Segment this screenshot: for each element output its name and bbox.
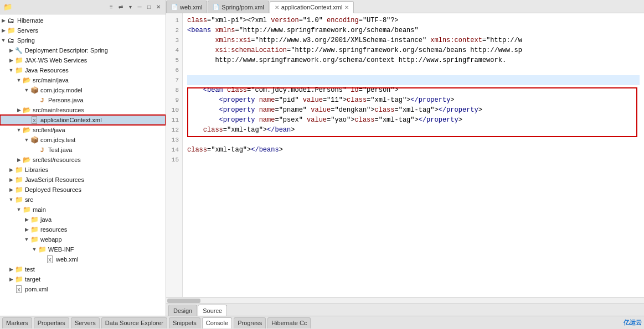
console-tab-servers[interactable]: Servers	[71, 317, 100, 328]
editor-area[interactable]: 123456789101112131415 class="xml-pi"><?x…	[166, 13, 644, 297]
tree-item-resources[interactable]: ▶📁resources	[0, 224, 166, 234]
label-persons-java: Persons.java	[48, 97, 84, 103]
tree-item-pom-xml[interactable]: xpom.xml	[0, 284, 166, 294]
arrow-src-main-resources[interactable]: ▶	[16, 106, 22, 114]
arrow-javascript-resources[interactable]: ▶	[8, 176, 14, 184]
bottom-tab-source-tab[interactable]: Source	[198, 305, 227, 316]
arrow-web-inf[interactable]: ▼	[31, 246, 38, 253]
arrow-main[interactable]: ▼	[16, 206, 22, 213]
code-line-5: http://www.springframework.org/schema/co…	[187, 55, 640, 65]
arrow-test[interactable]: ▶	[8, 265, 14, 273]
tree-item-src-test-java[interactable]: ▼📂src/test/java	[0, 125, 166, 135]
editor-panel: 📄web.xml📄Spring/pom.xml✕applicationConte…	[166, 0, 644, 316]
tree-item-test[interactable]: ▶📁test	[0, 264, 166, 274]
close-panel-icon[interactable]: ✕	[154, 3, 162, 11]
console-tab-console[interactable]: Console	[202, 317, 232, 328]
editor-tab-bar: 📄web.xml📄Spring/pom.xml✕applicationConte…	[166, 0, 644, 13]
bottom-tab-design-tab[interactable]: Design	[168, 305, 197, 316]
arrow-src[interactable]: ▼	[8, 196, 14, 203]
console-tab-datasource[interactable]: Data Source Explorer	[101, 317, 167, 328]
arrow-spring[interactable]: ▼	[0, 36, 7, 44]
line-num-10: 10	[168, 105, 179, 115]
code-content[interactable]: class="xml-pi"><?xml version="1.0" encod…	[183, 13, 644, 297]
arrow-jax-ws[interactable]: ▶	[8, 56, 14, 64]
tree-item-java-resources[interactable]: ▼📁Java Resources	[0, 65, 166, 75]
project-tree: ▶🗂Hibernate▶📁Servers▼🗂Spring▶🔧Deployment…	[0, 14, 166, 316]
arrow-com-jdcy-test[interactable]: ▼	[23, 136, 30, 144]
arrow-target[interactable]: ▶	[8, 275, 14, 283]
tree-item-webapp[interactable]: ▼📁webapp	[0, 234, 166, 244]
arrow-deployment-descriptor[interactable]: ▶	[8, 46, 14, 54]
tree-item-applicationContext[interactable]: xapplicationContext.xml	[0, 115, 166, 125]
line-num-11: 11	[168, 115, 179, 125]
arrow-deployed-resources[interactable]: ▶	[8, 186, 14, 194]
tree-item-web-inf[interactable]: ▼📁WEB-INF	[0, 244, 166, 254]
minimize-icon[interactable]: ─	[136, 3, 143, 11]
console-tab-properties[interactable]: Properties	[34, 317, 69, 328]
horizontal-scrollbar[interactable]	[166, 297, 644, 304]
scroll-thumb[interactable]	[167, 299, 200, 303]
tab-close-applicationContext-tab[interactable]: ✕	[344, 4, 349, 11]
arrow-webapp[interactable]: ▼	[23, 236, 30, 243]
tab-web-xml-tab[interactable]: 📄web.xml	[166, 1, 207, 13]
icon-src-main-java: 📂	[22, 76, 31, 85]
arrow-src-test-java[interactable]: ▼	[16, 126, 22, 134]
arrow-src-main-java[interactable]: ▼	[16, 76, 22, 84]
tree-item-servers[interactable]: ▶📁Servers	[0, 25, 166, 35]
line-num-15: 15	[168, 155, 179, 165]
console-tab-snippets[interactable]: Snippets	[169, 317, 200, 328]
tree-item-test-java[interactable]: JTest.java	[0, 145, 166, 155]
console-tab-markers[interactable]: Markers	[2, 317, 32, 328]
arrow-servers[interactable]: ▶	[0, 27, 7, 34]
arrow-pom-xml	[8, 285, 14, 293]
tab-applicationContext-tab[interactable]: ✕applicationContext.xml✕	[270, 1, 354, 13]
console-bar: MarkersPropertiesServersData Source Expl…	[0, 316, 644, 329]
arrow-src-test-resources[interactable]: ▶	[16, 156, 22, 164]
tab-icon-spring-pom-tab: 📄	[213, 4, 219, 10]
view-menu-icon[interactable]: ▾	[126, 3, 134, 11]
project-explorer-panel: 📁 ≡ ⇌ ▾ ─ □ ✕ ▶🗂Hibernate▶📁Servers▼🗂Spri…	[0, 0, 166, 316]
icon-spring: 🗂	[7, 36, 16, 45]
tree-item-libraries[interactable]: ▶📁Libraries	[0, 165, 166, 175]
tree-item-javascript-resources[interactable]: ▶📁JavaScript Resources	[0, 175, 166, 185]
tree-item-target[interactable]: ▶📁target	[0, 274, 166, 284]
arrow-resources[interactable]: ▶	[23, 226, 30, 233]
icon-jax-ws: 📁	[14, 56, 23, 65]
tree-item-deployment-descriptor[interactable]: ▶🔧Deployment Descriptor: Spring	[0, 45, 166, 55]
arrow-java[interactable]: ▶	[23, 216, 30, 223]
icon-src-test-resources: 📂	[22, 155, 31, 164]
yiyun-logo: 亿运云	[624, 318, 642, 327]
icon-persons-java: J	[38, 96, 47, 105]
arrow-libraries[interactable]: ▶	[8, 166, 14, 174]
tree-item-com-jdcy-model[interactable]: ▼📦com.jdcy.model	[0, 85, 166, 95]
line-numbers: 123456789101112131415	[166, 13, 183, 297]
tree-item-src-test-resources[interactable]: ▶📂src/test/resources	[0, 155, 166, 165]
tree-item-main[interactable]: ▼📁main	[0, 205, 166, 215]
tree-item-deployed-resources[interactable]: ▶📁Deployed Resources	[0, 185, 166, 195]
arrow-java-resources[interactable]: ▼	[8, 66, 14, 74]
link-with-editor-icon[interactable]: ⇌	[117, 3, 125, 11]
label-test-java: Test.java	[48, 147, 72, 153]
tree-item-src-main-resources[interactable]: ▶📂src/main/resources	[0, 105, 166, 115]
tree-item-spring[interactable]: ▼🗂Spring	[0, 35, 166, 45]
arrow-com-jdcy-model[interactable]: ▼	[23, 86, 30, 94]
tree-item-src[interactable]: ▼📁src	[0, 195, 166, 205]
maximize-icon[interactable]: □	[145, 3, 153, 11]
tab-label-spring-pom-tab: Spring/pom.xml	[221, 4, 264, 11]
tree-item-java[interactable]: ▶📁java	[0, 215, 166, 224]
tree-item-jax-ws[interactable]: ▶📁JAX-WS Web Services	[0, 55, 166, 65]
tree-item-persons-java[interactable]: JPersons.java	[0, 95, 166, 105]
label-web-inf: WEB-INF	[48, 246, 74, 253]
label-applicationContext: applicationContext.xml	[40, 117, 102, 123]
console-tab-hibernate-cc[interactable]: Hibernate Cc	[267, 317, 311, 328]
arrow-hibernate[interactable]: ▶	[0, 17, 7, 24]
tab-label-applicationContext-tab: applicationContext.xml	[281, 4, 343, 11]
console-tab-progress[interactable]: Progress	[234, 317, 266, 328]
tree-item-src-main-java[interactable]: ▼📂src/main/java	[0, 75, 166, 85]
tree-item-com-jdcy-test[interactable]: ▼📦com.jdcy.test	[0, 135, 166, 145]
tab-spring-pom-tab[interactable]: 📄Spring/pom.xml	[208, 1, 269, 13]
tree-item-hibernate[interactable]: ▶🗂Hibernate	[0, 15, 166, 25]
collapse-all-icon[interactable]: ≡	[107, 3, 115, 11]
arrow-persons-java	[31, 96, 38, 104]
tree-item-web-xml-nested[interactable]: xweb.xml	[0, 254, 166, 264]
